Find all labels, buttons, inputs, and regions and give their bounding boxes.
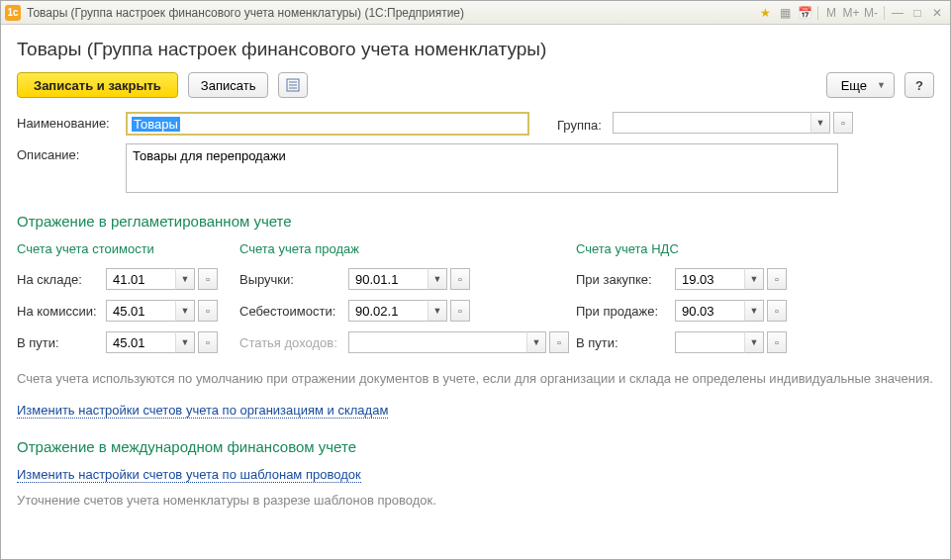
separator [884,6,885,20]
grid-icon[interactable]: ▦ [776,5,794,21]
maximize-icon[interactable]: □ [908,5,926,21]
window-title: Товары (Группа настроек финансового учет… [27,6,756,20]
commission-label: На комиссии: [17,304,106,319]
memory-mplus-icon[interactable]: M+ [842,5,860,21]
cost-input[interactable] [348,300,428,322]
dropdown-icon[interactable]: ▼ [175,300,195,322]
warehouse-input[interactable] [106,268,175,290]
vat-transit-combo[interactable]: ▼ [675,331,764,353]
dropdown-icon[interactable]: ▼ [175,331,195,353]
dropdown-icon[interactable]: ▼ [428,268,447,290]
calendar-icon[interactable]: 📅 [796,5,813,21]
dropdown-icon[interactable]: ▼ [810,112,830,134]
memory-m-icon[interactable]: M [822,5,840,21]
chevron-down-icon: ▼ [877,80,886,90]
section-intl-title: Отражение в международном финансовом уче… [17,438,934,455]
open-icon[interactable]: ▫ [198,268,218,290]
page-title: Товары (Группа настроек финансового учет… [17,39,934,60]
transit-input[interactable] [106,331,175,353]
open-icon[interactable]: ▫ [767,331,787,353]
open-icon[interactable]: ▫ [833,112,853,134]
memory-mminus-icon[interactable]: M- [862,5,880,21]
commission-input[interactable] [106,300,175,322]
open-icon[interactable]: ▫ [450,300,470,322]
vat-sale-label: При продаже: [576,304,675,319]
group-label: Группа: [557,114,613,133]
intl-note: Уточнение счетов учета номенклатуры в ра… [17,493,934,508]
commission-combo[interactable]: ▼ [106,300,195,322]
help-button[interactable]: ? [904,72,934,98]
open-icon[interactable]: ▫ [450,268,470,290]
command-toolbar: Записать и закрыть Записать Еще ▼ ? [17,72,934,98]
dropdown-icon[interactable]: ▼ [175,268,195,290]
description-textarea[interactable] [126,143,838,193]
col-cost-header: Счета учета стоимости [17,241,239,256]
window-titlebar: 1c Товары (Группа настроек финансового у… [1,1,950,25]
vat-sale-input[interactable] [675,300,744,322]
change-org-warehouse-link[interactable]: Изменить настройки счетов учета по орган… [17,403,388,419]
section-reg-title: Отражение в регламетированном учете [17,213,934,230]
transit-label: В пути: [17,335,106,350]
reg-note: Счета учета используются по умолчанию пр… [17,369,934,389]
change-templates-link[interactable]: Изменить настройки счетов учета по шабло… [17,467,361,483]
description-label: Описание: [17,143,118,162]
warehouse-combo[interactable]: ▼ [106,268,195,290]
app-icon: 1c [5,5,21,21]
more-button[interactable]: Еще ▼ [826,72,895,98]
group-combo[interactable]: ▼ [613,112,830,134]
open-icon[interactable]: ▫ [767,268,787,290]
close-icon[interactable]: ✕ [928,5,946,21]
col-vat-header: Счета учета НДС [576,241,853,256]
income-item-label: Статья доходов: [239,335,348,350]
separator [817,6,818,20]
list-icon [286,78,300,92]
cost-label: Себестоимости: [239,304,348,319]
revenue-input[interactable] [348,268,428,290]
list-button[interactable] [278,72,308,98]
open-icon[interactable]: ▫ [198,300,218,322]
warehouse-label: На складе: [17,272,106,287]
vat-purchase-combo[interactable]: ▼ [675,268,764,290]
dropdown-icon[interactable]: ▼ [744,331,764,353]
revenue-combo[interactable]: ▼ [348,268,447,290]
dropdown-icon[interactable]: ▼ [744,300,764,322]
open-icon[interactable]: ▫ [198,331,218,353]
revenue-label: Выручки: [239,272,348,287]
income-item-input[interactable] [348,331,526,353]
minimize-icon[interactable]: — [889,5,906,21]
dropdown-icon[interactable]: ▼ [428,300,447,322]
income-item-combo[interactable]: ▼ [348,331,546,353]
dropdown-icon[interactable]: ▼ [526,331,546,353]
vat-purchase-input[interactable] [675,268,744,290]
col-sales-header: Счета учета продаж [239,241,576,256]
vat-purchase-label: При закупке: [576,272,675,287]
name-label: Наименование: [17,112,118,131]
save-and-close-button[interactable]: Записать и закрыть [17,72,178,98]
vat-sale-combo[interactable]: ▼ [675,300,764,322]
save-button[interactable]: Записать [188,72,269,98]
open-icon[interactable]: ▫ [549,331,569,353]
more-label: Еще [841,78,867,93]
open-icon[interactable]: ▫ [767,300,787,322]
group-input[interactable] [613,112,810,134]
favorite-icon[interactable]: ★ [756,5,774,21]
name-input[interactable]: Товары [126,112,529,136]
vat-transit-input[interactable] [675,331,744,353]
cost-combo[interactable]: ▼ [348,300,447,322]
transit-combo[interactable]: ▼ [106,331,195,353]
name-value: Товары [132,117,180,132]
vat-transit-label: В пути: [576,335,675,350]
dropdown-icon[interactable]: ▼ [744,268,764,290]
